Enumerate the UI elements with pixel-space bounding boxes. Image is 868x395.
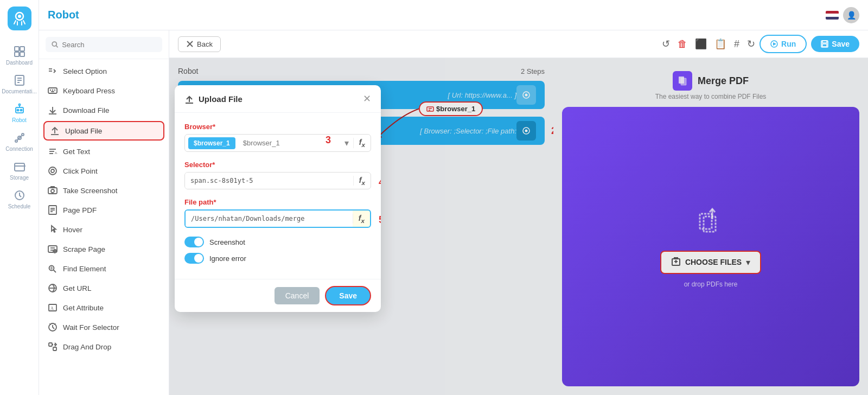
sidebar-item-storage[interactable]: Storage — [0, 156, 39, 185]
sidebar-item-select-option[interactable]: Select Option — [39, 61, 169, 81]
sidebar-item-documentation[interactable]: Documentati... — [0, 70, 39, 99]
hover-icon — [48, 225, 58, 234]
sidebar-item-robot[interactable]: Robot — [0, 99, 39, 128]
modal-close-button[interactable]: ✕ — [363, 93, 371, 105]
get-attribute-icon: A — [48, 303, 58, 313]
copy-icon[interactable]: 📋 — [714, 38, 726, 50]
search-input[interactable] — [62, 41, 157, 49]
sidebar-item-upload-file[interactable]: Upload File — [43, 121, 164, 141]
select-icon[interactable]: ⬛ — [695, 38, 707, 50]
delete-icon[interactable]: 🗑 — [678, 39, 687, 50]
modal-save-button[interactable]: Save — [325, 286, 371, 305]
filepath-input[interactable] — [186, 211, 353, 227]
browser-chevron-icon[interactable]: ▾ — [340, 138, 353, 148]
svg-rect-7 — [20, 47, 24, 51]
undo-icon[interactable]: ↺ — [662, 38, 670, 50]
svg-rect-8 — [15, 52, 19, 56]
download-file-icon — [48, 105, 58, 115]
modal-upload-icon — [184, 94, 194, 104]
browser-input-row[interactable]: $browser_1 ▾ fx — [184, 134, 371, 152]
find-element-icon — [48, 264, 58, 273]
selector-input-row[interactable]: fx — [184, 172, 371, 189]
sidebar-item-schedule[interactable]: Schedule — [0, 185, 39, 214]
sidebar-item-download-file[interactable]: Download File — [39, 100, 169, 120]
language-flag[interactable] — [826, 11, 839, 20]
svg-rect-74 — [822, 41, 827, 43]
redo-icon[interactable]: ↻ — [747, 38, 755, 50]
ignore-error-toggle-row: Ignore error — [184, 253, 371, 264]
workspace-toolbar: Back ↺ 🗑 ⬛ 📋 # ↻ Run — [169, 30, 868, 58]
sidebar-item-get-url[interactable]: Get URL — [39, 278, 169, 298]
annotation-4: 4 — [379, 177, 381, 188]
selector-field-group: Selector* fx 4 — [184, 161, 371, 189]
back-button[interactable]: Back — [178, 36, 221, 52]
nav-label-robot: Robot — [12, 117, 27, 123]
browser-fx-button[interactable]: fx — [353, 138, 371, 148]
wait-for-selector-label: Wait For Selector — [63, 323, 119, 332]
svg-point-25 — [52, 42, 56, 46]
sidebar-item-get-text[interactable]: A+ Get Text — [39, 142, 169, 161]
svg-point-45 — [51, 189, 54, 193]
filepath-field-group: File path* fx 5 — [184, 198, 371, 228]
svg-rect-67 — [53, 347, 56, 351]
svg-text:A: A — [50, 306, 54, 311]
search-box[interactable] — [46, 37, 162, 52]
ignore-error-toggle[interactable] — [184, 253, 204, 264]
sidebar-item-hover[interactable]: Hover — [39, 220, 169, 239]
sidebar-item-page-pdf[interactable]: Page PDF — [39, 200, 169, 220]
user-avatar[interactable]: 👤 — [843, 7, 859, 23]
play-icon — [770, 40, 778, 48]
wait-for-selector-icon — [48, 322, 58, 332]
run-label: Run — [781, 40, 796, 48]
svg-rect-23 — [15, 163, 24, 171]
svg-rect-75 — [822, 44, 827, 47]
sidebar-item-find-element[interactable]: Find Element — [39, 259, 169, 278]
get-url-icon — [48, 283, 58, 293]
click-point-icon — [48, 166, 58, 176]
selector-fx-button[interactable]: fx — [353, 176, 371, 186]
upload-file-label: Upload File — [65, 127, 102, 135]
modal-header: Upload File ✕ — [175, 85, 381, 113]
upload-file-icon — [50, 126, 60, 136]
take-screenshot-icon — [48, 186, 58, 195]
screenshot-toggle[interactable] — [184, 237, 204, 247]
sidebar-item-drag-and-drop[interactable]: Drag And Drop — [39, 337, 169, 356]
nav-label-connection: Connection — [5, 146, 33, 152]
select-option-label: Select Option — [63, 67, 107, 75]
sidebar-item-connection[interactable]: Connection — [0, 128, 39, 156]
sidebar-search-area — [39, 30, 169, 59]
page-pdf-label: Page PDF — [63, 206, 97, 214]
save-button[interactable]: Save — [811, 36, 859, 52]
select-option-icon — [48, 66, 58, 76]
svg-rect-9 — [20, 52, 24, 56]
sidebar-item-dashboard[interactable]: Dashboard — [0, 41, 39, 70]
modal-cancel-button[interactable]: Cancel — [275, 287, 320, 304]
back-button-label: Back — [197, 40, 213, 48]
page-pdf-icon — [48, 205, 58, 215]
hashtag-icon[interactable]: # — [734, 39, 739, 50]
modal-body: Browser* $browser_1 ▾ fx — [175, 113, 381, 279]
browser-input[interactable] — [239, 135, 340, 151]
sidebar-item-take-screenshot[interactable]: Take Screenshot — [39, 181, 169, 200]
sidebar-item-keyboard-press[interactable]: Keyboard Press — [39, 81, 169, 100]
svg-point-1 — [18, 15, 21, 18]
filepath-fx-button[interactable]: fx — [353, 214, 370, 224]
scrape-page-label: Scrape Page — [63, 245, 105, 253]
content-area: Select Option Keyboard Press — [39, 30, 868, 395]
filepath-input-row[interactable]: fx — [184, 209, 371, 228]
left-navigation: Dashboard Documentati... Robot Connectio… — [0, 0, 39, 395]
download-file-label: Download File — [63, 106, 110, 114]
drag-and-drop-label: Drag And Drop — [63, 343, 111, 351]
sidebar-item-get-attribute[interactable]: A Get Attribute — [39, 298, 169, 317]
selector-input[interactable] — [185, 173, 353, 189]
ignore-error-toggle-label: Ignore error — [209, 254, 246, 263]
sidebar-item-scrape-page[interactable]: Scrape Page — [39, 239, 169, 259]
sidebar-item-click-point[interactable]: Click Point — [39, 161, 169, 181]
svg-line-57 — [54, 270, 56, 273]
svg-line-2 — [14, 21, 16, 24]
sidebar-item-wait-for-selector[interactable]: Wait For Selector — [39, 317, 169, 337]
screenshot-toggle-row: Screenshot — [184, 237, 371, 247]
run-button[interactable]: Run — [760, 35, 807, 53]
browser-label-text: Browser* — [184, 123, 215, 131]
svg-point-42 — [49, 167, 56, 175]
